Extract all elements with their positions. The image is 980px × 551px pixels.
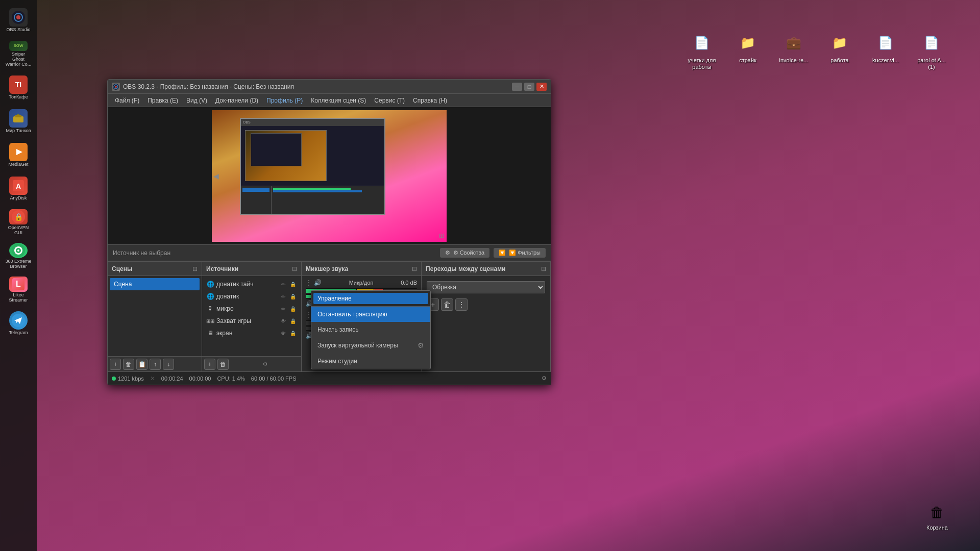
obs-menu-scenecollection[interactable]: Коллекция сцен (S) — [307, 96, 370, 105]
obs-source-item-screen[interactable]: 🖥 экран 👁 🔒 — [204, 327, 299, 339]
obs-move-up-scene-button[interactable]: ↑ — [150, 359, 161, 370]
obs-source-controls-screen: 👁 🔒 — [279, 329, 297, 337]
taskbar-mir-tankov[interactable]: Мир Танков — [3, 106, 34, 137]
obs-move-down-scene-button[interactable]: ↓ — [163, 359, 174, 370]
obs-mixer-mic-mute-icon[interactable]: 🔊 — [314, 279, 322, 286]
obs-source-lock-capture[interactable]: 🔒 — [289, 317, 297, 325]
obs-cpu-usage: CPU: 1.4% — [217, 375, 244, 382]
obs-sources-collapse-icon[interactable]: ⊟ — [292, 265, 297, 272]
taskbar-openvpn[interactable]: 🔒 OpenVPN GUI — [3, 207, 34, 238]
obs-stream-time: 00:00:24 — [161, 375, 183, 382]
desktop-icon-uchetki[interactable]: 📄 учетки для работы — [684, 31, 720, 70]
obs-menu-service[interactable]: Сервис (T) — [370, 96, 409, 105]
obs-menu-edit[interactable]: Правка (E) — [143, 96, 182, 105]
obs-transition-dropdown[interactable]: Обрезка — [427, 281, 545, 293]
taskbar-likee[interactable]: L Likee Streamer — [3, 274, 34, 305]
obs-transitions-panel: Переходы между сценами ⊟ Обрезка + 🗑 ⋮ — [422, 262, 551, 371]
taskbar-topcafe[interactable]: TI ТопКафе — [3, 72, 34, 103]
desktop-icon-strayk[interactable]: 📁 страйк — [730, 31, 766, 70]
obs-sources-footer: + 🗑 ⚙ — [202, 356, 301, 371]
desktop-icons-area: 📄 учетки для работы 📁 страйк 💼 invoice-r… — [684, 31, 949, 70]
obs-preview-area: OBS — [108, 107, 551, 245]
obs-transition-options-button[interactable]: ⋮ — [455, 298, 468, 311]
obs-scenes-list: Сцена — [108, 276, 202, 356]
obs-window-icon — [112, 83, 120, 91]
obs-virtual-cam-gear-icon[interactable]: ⚙ — [418, 341, 424, 349]
gear-icon: ⚙ — [445, 249, 450, 256]
obs-minimize-button[interactable]: ─ — [512, 83, 522, 91]
obs-delete-source-button[interactable]: 🗑 — [217, 359, 229, 370]
taskbar-sniper-ghost[interactable]: SGW Sniper Ghost Warrior Co... — [3, 39, 34, 69]
recycle-bin[interactable]: 🗑 Корзина — [925, 500, 949, 531]
svg-text:🔒: 🔒 — [14, 213, 23, 221]
obs-source-edit-donatik-tach[interactable]: ✏ — [279, 280, 287, 288]
obs-source-eye-screen[interactable]: 👁 — [279, 329, 287, 337]
obs-source-item-micro[interactable]: 🎙 микро ✏ 🔒 — [204, 303, 299, 315]
obs-filter-scene-button[interactable]: 📋 — [136, 359, 148, 370]
obs-properties-button[interactable]: ⚙ ⚙ Свойства — [440, 248, 489, 258]
obs-source-name-donatik: донатик — [216, 293, 277, 300]
obs-status-streaming: 1201 kbps — [112, 375, 144, 382]
obs-source-item-donatik-tach[interactable]: 🌐 донатик тайч ✏ 🔒 — [204, 278, 299, 290]
desktop-icon-parol[interactable]: 📄 parol ot A... (1) — [914, 31, 949, 70]
obs-menu-profile[interactable]: Профиль (P) — [262, 96, 307, 105]
obs-source-eye-capture[interactable]: 👁 — [279, 317, 287, 325]
obs-menu-dockpanels[interactable]: Док-панели (D) — [211, 96, 262, 105]
obs-settings-icon-row: ⚙ — [542, 375, 547, 382]
obs-source-item-donatik[interactable]: 🌐 донатик ✏ 🔒 — [204, 290, 299, 303]
svg-text:L: L — [16, 280, 21, 288]
svg-point-2 — [16, 15, 20, 19]
desktop-icon-strayk-label: страйк — [739, 57, 756, 64]
obs-studio-mode-item[interactable]: Режим студии — [311, 354, 430, 369]
desktop-icon-kuczer[interactable]: 📄 kuczer.vi... — [868, 31, 903, 70]
obs-mixer-mic-header: ⋮ 🔊 Микр/доп 0.0 dB — [304, 278, 419, 287]
obs-virtual-cam-item[interactable]: Запуск виртуальной камеры ⚙ — [311, 337, 430, 354]
taskbar-telegram[interactable]: Telegram — [3, 308, 34, 339]
obs-menu-help[interactable]: Справка (H) — [409, 96, 451, 105]
taskbar-obs-studio[interactable]: OBS Studio — [3, 5, 34, 36]
obs-sources-header: Источники ⊟ — [202, 262, 301, 276]
obs-delete-transition-button[interactable]: 🗑 — [441, 298, 453, 311]
obs-start-record-item[interactable]: Начать запись — [311, 322, 430, 337]
obs-stop-stream-item[interactable]: Остановить трансляцию — [311, 307, 430, 322]
obs-close-button[interactable]: ✕ — [536, 83, 547, 91]
obs-control-input[interactable] — [313, 293, 428, 304]
taskbar-mediaget[interactable]: MediaGet — [3, 140, 34, 170]
obs-filters-button[interactable]: 🔽 🔽 Фильтры — [494, 248, 546, 258]
obs-source-lock-screen[interactable]: 🔒 — [289, 329, 297, 337]
desktop-icon-uchetki-label: учетки для работы — [684, 57, 720, 70]
taskbar-360-browser[interactable]: 360 Extreme Browser — [3, 241, 34, 271]
obs-delete-scene-button[interactable]: 🗑 — [123, 359, 134, 370]
obs-mixer-mic-name: Микр/доп — [349, 280, 374, 286]
obs-maximize-button[interactable]: □ — [524, 83, 534, 91]
obs-transitions-title: Переходы между сценами — [426, 265, 505, 272]
obs-add-scene-button[interactable]: + — [110, 359, 121, 370]
obs-source-item-capture[interactable]: ⊞⊞ Захват игры 👁 🔒 — [204, 315, 299, 327]
obs-transitions-content: Обрезка + 🗑 ⋮ — [422, 276, 550, 371]
obs-mixer-mic-options[interactable]: ⋮ — [306, 279, 312, 286]
taskbar-anydisk[interactable]: A AnyDisk — [3, 173, 34, 204]
obs-record-time-value: 00:00:00 — [189, 375, 211, 382]
obs-source-lock-donatik-tach[interactable]: 🔒 — [289, 280, 297, 288]
obs-context-menu-input-row — [311, 291, 430, 307]
obs-source-lock-micro[interactable]: 🔒 — [289, 305, 297, 313]
obs-scenes-collapse-icon[interactable]: ⊟ — [192, 265, 198, 272]
taskbar-mediaget-label: MediaGet — [8, 162, 28, 167]
obs-statusbar-settings-icon[interactable]: ⚙ — [542, 375, 547, 382]
obs-source-lock-donatik[interactable]: 🔒 — [289, 292, 297, 300]
obs-source-controls-donatik: ✏ 🔒 — [279, 292, 297, 300]
obs-transitions-collapse-icon[interactable]: ⊟ — [541, 265, 546, 272]
obs-source-edit-donatik[interactable]: ✏ — [279, 292, 287, 300]
obs-fps-display: 60.00 / 60.00 FPS — [251, 375, 297, 382]
desktop-icon-invoice[interactable]: 💼 invoice-re... — [776, 31, 812, 70]
desktop-icon-rabota[interactable]: 📁 работа — [822, 31, 857, 70]
obs-menu-view[interactable]: Вид (V) — [182, 96, 211, 105]
obs-scene-item-1[interactable]: Сцена — [110, 278, 200, 290]
obs-source-edit-micro[interactable]: ✏ — [279, 305, 287, 313]
svg-point-21 — [115, 86, 117, 88]
obs-mixer-collapse-icon[interactable]: ⊟ — [412, 265, 417, 272]
obs-scenes-panel: Сцены ⊟ Сцена + 🗑 📋 ↑ ↓ — [108, 262, 202, 371]
obs-menu-file[interactable]: Файл (F) — [111, 96, 143, 105]
taskbar-likee-label: Likee Streamer — [5, 293, 32, 303]
obs-add-source-button[interactable]: + — [204, 359, 215, 370]
